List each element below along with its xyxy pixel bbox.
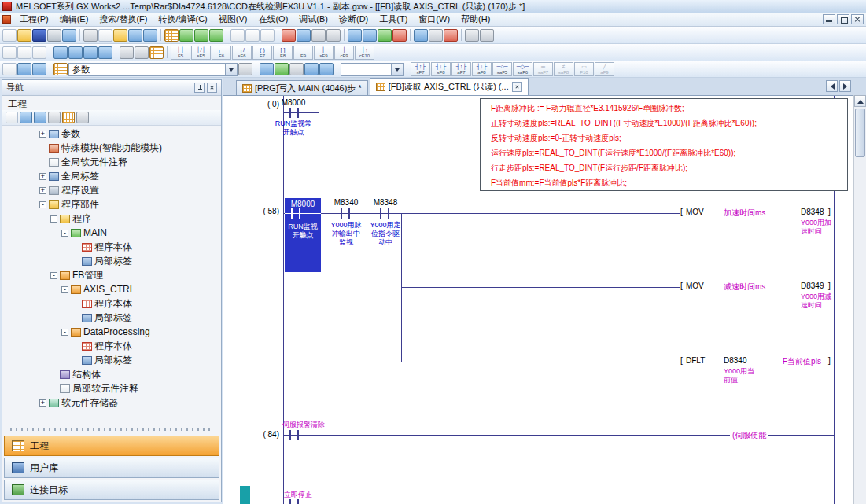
docking-window-icon[interactable] [32, 46, 46, 59]
ladder-symbol-icon[interactable] [164, 29, 179, 42]
expander-icon[interactable]: - [61, 329, 68, 336]
menu-view[interactable]: 视图(V) [213, 12, 253, 27]
start-monitor-icon[interactable] [378, 29, 392, 42]
expander-icon[interactable]: + [39, 399, 46, 407]
close-icon[interactable] [207, 83, 217, 93]
tab-axis-ctrl[interactable]: [FB]读取 AXIS_CTRL (只读) (... [370, 78, 529, 95]
tree-item-global-label[interactable]: +全局标签 [3, 169, 220, 183]
network-parameter-icon[interactable] [304, 63, 319, 75]
read-mode-icon[interactable] [120, 46, 134, 59]
tree-item-fb-pool[interactable]: -FB管理 [3, 268, 220, 282]
statement-icon[interactable] [245, 29, 260, 42]
menu-tools[interactable]: 工具(T) [374, 12, 413, 27]
menu-help[interactable]: 帮助(H) [455, 12, 496, 27]
ladder-closed-contact-button[interactable]: ┤/├sF5 [191, 46, 211, 60]
zoom-out-icon[interactable] [480, 29, 494, 42]
expander-icon[interactable]: - [39, 201, 46, 208]
expander-icon[interactable]: + [39, 173, 46, 180]
label-icon[interactable] [53, 63, 68, 75]
ladder-saf7-button[interactable]: ═saF7 [533, 62, 553, 76]
window-tile-icon[interactable] [17, 46, 31, 59]
panel-splitter[interactable] [10, 428, 213, 431]
compile-icon[interactable] [194, 29, 208, 42]
nav-project-button[interactable]: 工程 [4, 436, 219, 456]
menu-convert-compile[interactable]: 转换/编译(C) [153, 12, 212, 27]
nav-options-icon[interactable] [76, 112, 89, 123]
device-list-icon[interactable] [32, 63, 46, 75]
copy-icon[interactable] [98, 29, 112, 42]
child-window-icon[interactable] [2, 15, 11, 24]
tree-item-dataprocessing-program-body[interactable]: 程序本体 [3, 339, 220, 353]
new-project-icon[interactable] [2, 29, 17, 42]
sort-icon[interactable] [6, 112, 18, 123]
pid-icon[interactable] [289, 63, 304, 75]
menu-debug[interactable]: 调试(B) [293, 12, 334, 27]
tree-item-main-local-label[interactable]: 局部标签 [3, 254, 220, 268]
device-batch-monitor-icon[interactable] [414, 29, 428, 42]
scrollbar-thumb[interactable] [855, 109, 865, 157]
expander-icon[interactable]: + [39, 187, 46, 194]
note-display-icon[interactable] [83, 46, 98, 59]
intelligent-function-module-icon[interactable] [260, 63, 274, 75]
tree-item-pou[interactable]: -程序部件 [3, 197, 220, 212]
find-icon[interactable] [238, 63, 252, 75]
comment-display-icon[interactable] [53, 46, 68, 59]
convert-icon[interactable] [179, 29, 193, 42]
stop-monitor-icon[interactable] [392, 29, 407, 42]
tree-item-parameters[interactable]: +参数 [3, 127, 220, 141]
tab-scroll-left-icon[interactable] [826, 80, 838, 92]
tree-item-local-device-comment[interactable]: 局部软元件注释 [3, 381, 220, 395]
redo-icon[interactable] [143, 29, 157, 42]
device-display-icon[interactable] [98, 46, 112, 59]
vertical-scrollbar[interactable] [853, 95, 866, 504]
rebuild-all-icon[interactable] [209, 29, 223, 42]
tree-item-axis-ctrl[interactable]: -AXIS_CTRL [3, 282, 220, 296]
ladder-canvas[interactable]: ( 0) M8000 RUN监视常 开触点 F距离脉冲比 := F动力辊直径*E… [223, 95, 853, 504]
tab-main-program[interactable]: [PRG]写入 MAIN (4046)步 * [236, 80, 368, 95]
ethernet-icon[interactable] [319, 63, 334, 75]
ladder-rising-pulse-branch-button[interactable]: ┤↑├aF7 [451, 62, 471, 76]
data-select-combobox[interactable]: 参数 [68, 63, 238, 76]
tree-item-program[interactable]: -程序 [3, 212, 220, 226]
ladder-invert-operation-button[interactable]: ─○─saF5 [492, 62, 512, 76]
contact-m8000-selected[interactable]: M8000 RUN监视常 开触点 [285, 198, 321, 272]
undo-icon[interactable] [128, 29, 142, 42]
ladder-instruction-button[interactable]: [ ]F8 [273, 46, 293, 60]
ladder-edit-mode-icon[interactable] [149, 46, 164, 59]
ladder-falling-pulse-branch-button[interactable]: ┤↓├aF8 [472, 62, 492, 76]
collapse-all-icon[interactable] [34, 112, 46, 123]
tree-item-program-setting[interactable]: +程序设置 [3, 183, 220, 197]
tree-item-main[interactable]: -MAIN [3, 226, 220, 240]
statement-display-icon[interactable] [68, 46, 83, 59]
tree-item-structured-data-types[interactable]: 结构体 [3, 367, 220, 381]
write-to-plc-icon[interactable] [297, 29, 311, 42]
tab-scroll-right-icon[interactable] [839, 80, 851, 92]
project-data-list-icon[interactable] [2, 63, 17, 75]
menu-window[interactable]: 窗口(W) [413, 12, 455, 27]
ladder-wire-mode-button[interactable]: ▭F10 [574, 62, 594, 76]
write-mode-icon[interactable] [135, 46, 149, 59]
mdi-close-button[interactable] [851, 14, 864, 24]
ladder-rising-pulse-button[interactable]: ┤↑├sF7 [411, 62, 430, 76]
coil-servo-enable[interactable]: (伺服使能 [730, 430, 768, 441]
tree-item-main-program-body[interactable]: 程序本体 [3, 240, 220, 254]
chevron-down-icon[interactable] [225, 64, 237, 75]
window-cascade-icon[interactable] [2, 46, 17, 59]
ladder-closed-branch-button[interactable]: ┬/sF6 [232, 46, 252, 60]
print-icon[interactable] [47, 29, 61, 42]
pin-icon[interactable] [194, 83, 205, 93]
ladder-open-contact-button[interactable]: ┤├F5 [171, 46, 190, 60]
expander-icon[interactable]: - [61, 230, 68, 237]
read-from-plc-icon[interactable] [282, 29, 296, 42]
expander-icon[interactable]: - [61, 286, 68, 293]
ladder-delete-wire-button[interactable]: ╱aF9 [595, 62, 614, 76]
ladder-pulse-conversion-button[interactable]: ─◇─saF6 [513, 62, 532, 76]
monitor-write-mode-icon[interactable] [363, 29, 377, 42]
ladder-falling-pulse-button[interactable]: ┤↓├sF8 [431, 62, 451, 76]
sampling-trace-icon[interactable] [429, 29, 443, 42]
menu-edit[interactable]: 编辑(E) [54, 12, 94, 27]
ladder-delete-hline-button[interactable]: ┼cF9 [334, 46, 354, 60]
tree-item-special-module[interactable]: 特殊模块(智能功能模块) [3, 141, 220, 155]
cross-reference-icon[interactable] [17, 63, 31, 75]
note-icon[interactable] [260, 29, 275, 42]
